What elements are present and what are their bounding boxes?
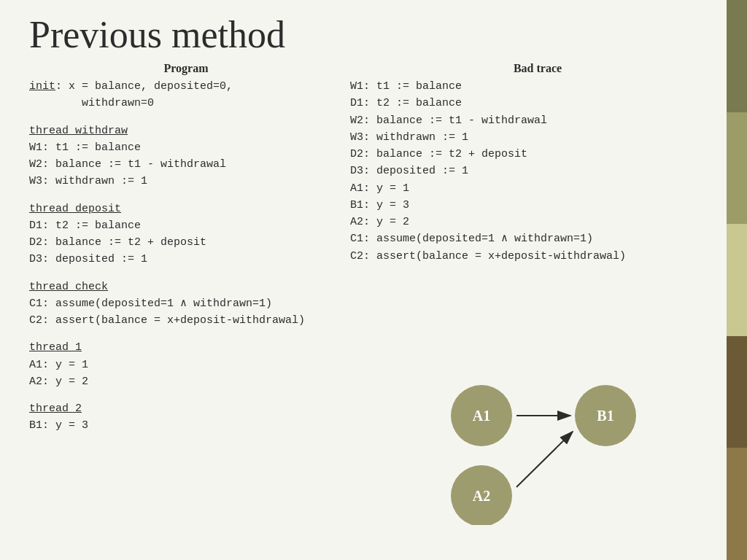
trace-c2: C2: assert(balance = x+deposit-withdrawa… <box>350 248 725 265</box>
d1-line: D1: t2 := balance <box>29 217 343 234</box>
edge-a2-b1 <box>516 432 573 487</box>
node-a1-label: A1 <box>473 408 490 424</box>
thread-check-header: thread check <box>29 279 343 295</box>
trace-a1: A1: y = 1 <box>350 180 725 197</box>
swatch-2 <box>727 112 747 225</box>
node-a2-label: A2 <box>473 488 490 504</box>
d2-line: D2: balance := t2 + deposit <box>29 234 343 251</box>
trace-d2: D2: balance := t2 + deposit <box>350 146 725 163</box>
trace-c1: C1: assume(deposited=1 ∧ withdrawn=1) <box>350 230 725 247</box>
w1-line: W1: t1 := balance <box>29 139 343 156</box>
w2-line: W2: balance := t1 - withdrawal <box>29 156 343 173</box>
a1-left-line: A1: y = 1 <box>29 357 343 373</box>
a2-left-line: A2: y = 2 <box>29 373 343 390</box>
thread-deposit-header: thread deposit <box>29 201 343 217</box>
init-block: init: x = balance, deposited=0, withdraw… <box>29 78 343 112</box>
sidebar-swatches <box>727 0 747 560</box>
thread-2-header: thread 2 <box>29 400 343 417</box>
swatch-4 <box>727 336 747 448</box>
bad-trace-header: Bad trace <box>343 62 725 75</box>
d3-line: D3: deposited := 1 <box>29 251 343 268</box>
trace-w3: W3: withdrawn := 1 <box>350 129 725 146</box>
swatch-1 <box>727 0 747 112</box>
swatch-5 <box>727 448 747 560</box>
thread-1-block: thread 1 A1: y = 1 A2: y = 2 <box>29 339 343 390</box>
node-b1-label: B1 <box>597 408 614 424</box>
thread-deposit-label: thread deposit <box>29 203 121 215</box>
thread-2-block: thread 2 B1: y = 3 <box>29 400 343 435</box>
trace-w2: W2: balance := t1 - withdrawal <box>350 112 725 129</box>
graph-svg: A1 B1 A2 <box>409 357 686 525</box>
thread-withdraw-label: thread withdraw <box>29 125 128 137</box>
thread-deposit-block: thread deposit D1: t2 := balance D2: bal… <box>29 201 343 268</box>
page-title: Previous method <box>0 0 747 62</box>
swatch-3 <box>727 224 747 336</box>
init-keyword: init <box>29 80 55 93</box>
thread-withdraw-block: thread withdraw W1: t1 := balance W2: ba… <box>29 122 343 190</box>
graph-area: A1 B1 A2 <box>409 357 686 525</box>
trace-w1: W1: t1 := balance <box>350 78 725 95</box>
trace-d3: D3: deposited := 1 <box>350 163 725 179</box>
program-column: init: x = balance, deposited=0, withdraw… <box>29 78 343 445</box>
thread-1-label: thread 1 <box>29 341 82 354</box>
trace-b1: B1: y = 3 <box>350 197 725 214</box>
init-line-2: withdrawn=0 <box>29 95 343 112</box>
c2-left-line: C2: assert(balance = x+deposit-withdrawa… <box>29 312 343 329</box>
w3-line: W3: withdrawn := 1 <box>29 173 343 190</box>
thread-check-label: thread check <box>29 281 108 293</box>
thread-check-block: thread check C1: assume(deposited=1 ∧ wi… <box>29 279 343 330</box>
thread-withdraw-header: thread withdraw <box>29 122 343 139</box>
thread-1-header: thread 1 <box>29 339 343 356</box>
section-headers: Program Bad trace <box>0 62 747 78</box>
init-line-1: init: x = balance, deposited=0, <box>29 78 343 95</box>
b1-left-line: B1: y = 3 <box>29 417 343 434</box>
c1-left-line: C1: assume(deposited=1 ∧ withdrawn=1) <box>29 295 343 312</box>
program-header: Program <box>29 62 343 75</box>
thread-2-label: thread 2 <box>29 402 82 415</box>
trace-a2: A2: y = 2 <box>350 214 725 230</box>
trace-d1: D1: t2 := balance <box>350 95 725 112</box>
